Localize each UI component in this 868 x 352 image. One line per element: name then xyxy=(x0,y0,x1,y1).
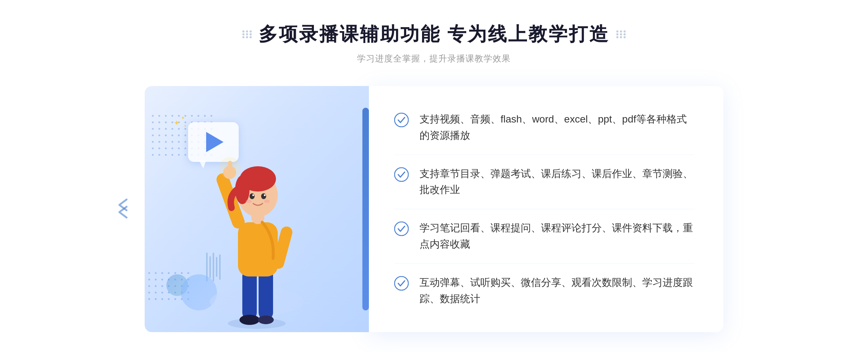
title-section: 多项录播课辅助功能 专为线上教学打造 学习进度全掌握，提升录播课教学效果 xyxy=(241,22,627,64)
svg-point-34 xyxy=(264,194,266,196)
star-decoration-3: ✦ xyxy=(184,124,187,128)
svg-point-43 xyxy=(395,276,408,290)
svg-point-8 xyxy=(250,36,252,38)
svg-point-31 xyxy=(250,193,255,199)
svg-point-4 xyxy=(246,33,248,35)
chevron-left-decoration xyxy=(116,198,130,221)
title-decorator-right xyxy=(615,29,627,40)
svg-point-2 xyxy=(242,36,244,38)
star-decoration-2: ✦ xyxy=(181,115,185,121)
svg-point-7 xyxy=(250,33,252,35)
svg-point-23 xyxy=(258,315,274,324)
svg-point-9 xyxy=(616,30,618,33)
feature-item-3: 学习笔记回看、课程提问、课程评论打分、课件资料下载，重点内容收藏 xyxy=(394,209,694,264)
left-illustration: ✦ ✦ ✦ xyxy=(145,86,369,332)
svg-point-6 xyxy=(250,30,252,33)
feature-item-4: 互动弹幕、试听购买、微信分享、观看次数限制、学习进度跟踪、数据统计 xyxy=(394,264,694,318)
svg-point-14 xyxy=(620,36,622,38)
svg-point-17 xyxy=(624,36,626,38)
svg-point-40 xyxy=(395,113,408,127)
svg-point-35 xyxy=(246,199,252,203)
title-decorator-left xyxy=(241,29,253,40)
svg-point-33 xyxy=(252,194,254,196)
main-title: 多项录播课辅助功能 专为线上教学打造 xyxy=(259,22,609,47)
svg-point-41 xyxy=(395,168,408,181)
svg-point-10 xyxy=(616,33,618,35)
feature-text-4: 互动弹幕、试听购买、微信分享、观看次数限制、学习进度跟踪、数据统计 xyxy=(420,275,694,307)
svg-point-12 xyxy=(620,30,622,33)
check-icon-3 xyxy=(394,222,409,236)
feature-text-2: 支持章节目录、弹题考试、课后练习、课后作业、章节测验、批改作业 xyxy=(420,166,694,198)
sub-title: 学习进度全掌握，提升录播课教学效果 xyxy=(357,53,511,64)
svg-point-15 xyxy=(624,30,626,33)
right-features-panel: 支持视频、音频、flash、word、excel、ppt、pdf等各种格式的资源… xyxy=(369,86,723,332)
main-title-wrapper: 多项录播课辅助功能 专为线上教学打造 xyxy=(241,22,627,47)
svg-point-3 xyxy=(246,30,248,33)
svg-point-22 xyxy=(239,315,260,325)
svg-point-36 xyxy=(264,199,270,203)
character-illustration xyxy=(195,143,318,332)
svg-point-32 xyxy=(261,193,266,199)
feature-text-1: 支持视频、音频、flash、word、excel、ppt、pdf等各种格式的资源… xyxy=(420,111,694,144)
svg-point-1 xyxy=(242,33,244,35)
feature-item-2: 支持章节目录、弹题考试、课后练习、课后作业、章节测验、批改作业 xyxy=(394,155,694,210)
svg-point-5 xyxy=(246,36,248,38)
svg-point-13 xyxy=(620,33,622,35)
check-icon-1 xyxy=(394,113,409,127)
svg-point-16 xyxy=(624,33,626,35)
feature-text-3: 学习笔记回看、课程提问、课程评论打分、课件资料下载，重点内容收藏 xyxy=(420,220,694,253)
svg-point-42 xyxy=(395,222,408,236)
content-area: ✦ ✦ ✦ xyxy=(145,86,723,332)
check-icon-4 xyxy=(394,276,409,291)
svg-point-11 xyxy=(616,36,618,38)
svg-rect-21 xyxy=(259,269,273,320)
svg-point-39 xyxy=(219,157,241,179)
svg-rect-20 xyxy=(242,269,257,320)
svg-point-0 xyxy=(242,30,244,33)
feature-item-1: 支持视频、音频、flash、word、excel、ppt、pdf等各种格式的资源… xyxy=(394,100,694,155)
page-container: 多项录播课辅助功能 专为线上教学打造 学习进度全掌握，提升录播课教学效果 xyxy=(0,0,868,352)
star-decoration-1: ✦ xyxy=(174,119,180,127)
blue-vertical-bar xyxy=(362,108,369,310)
check-icon-2 xyxy=(394,167,409,182)
